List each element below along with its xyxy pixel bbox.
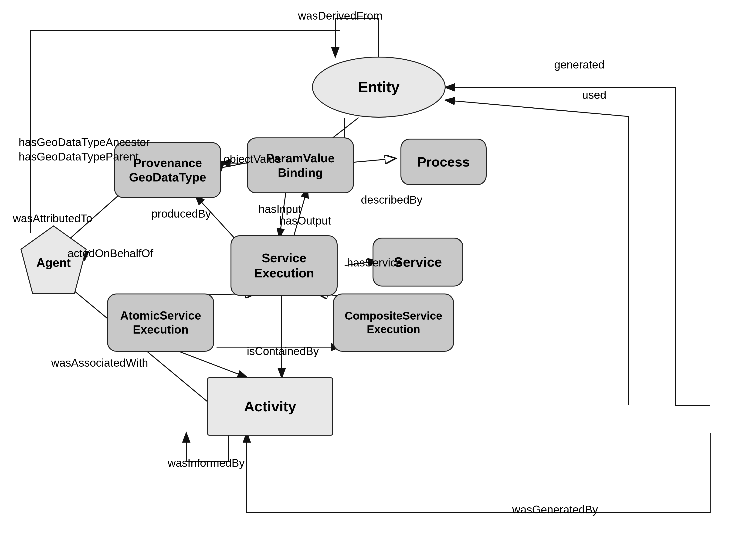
- label-has-input: hasInput: [259, 203, 301, 216]
- label-produced-by: producedBy: [151, 207, 211, 220]
- label-acted-on-behalf-of: actedOnBehalfOf: [68, 247, 153, 260]
- agent-svg: Agent: [19, 224, 88, 296]
- composite-service-execution-node: CompositeServiceExecution: [333, 294, 454, 352]
- entity-node: Entity: [312, 57, 446, 117]
- entity-label: Entity: [358, 78, 399, 96]
- label-object-value: objectValue: [223, 153, 281, 165]
- atomic-service-execution-node: AtomicServiceExecution: [107, 294, 214, 352]
- param-value-binding-node: ParamValueBinding: [247, 138, 354, 193]
- label-generated: generated: [554, 58, 604, 71]
- activity-node: Activity: [207, 377, 333, 436]
- process-label: Process: [417, 154, 470, 170]
- label-has-output: hasOutput: [279, 214, 331, 227]
- process-node: Process: [400, 139, 487, 185]
- label-is-contained-by: isContainedBy: [247, 345, 319, 358]
- label-was-generated-by: wasGeneratedBy: [512, 503, 598, 516]
- atomic-service-execution-label: AtomicServiceExecution: [120, 309, 201, 337]
- diagram: Entity ProvenanceGeoDataType ParamValueB…: [0, 0, 756, 553]
- composite-service-execution-label: CompositeServiceExecution: [345, 309, 442, 336]
- service-execution-label: ServiceExecution: [254, 250, 314, 281]
- label-was-attributed-to: wasAttributedTo: [13, 212, 92, 225]
- svg-text:Agent: Agent: [36, 256, 71, 269]
- label-was-associated-with: wasAssociatedWith: [51, 357, 148, 369]
- label-described-by: describedBy: [361, 193, 422, 206]
- label-was-derived-from: wasDerivedFrom: [298, 9, 383, 22]
- label-used: used: [582, 88, 606, 101]
- label-has-geo-ancestor: hasGeoDataTypeAncestor hasGeoDataTypePar…: [19, 135, 150, 164]
- service-execution-node: ServiceExecution: [230, 235, 338, 296]
- activity-label: Activity: [244, 398, 296, 415]
- label-was-informed-by: wasInformedBy: [168, 457, 245, 469]
- label-has-service: hasService: [347, 256, 402, 269]
